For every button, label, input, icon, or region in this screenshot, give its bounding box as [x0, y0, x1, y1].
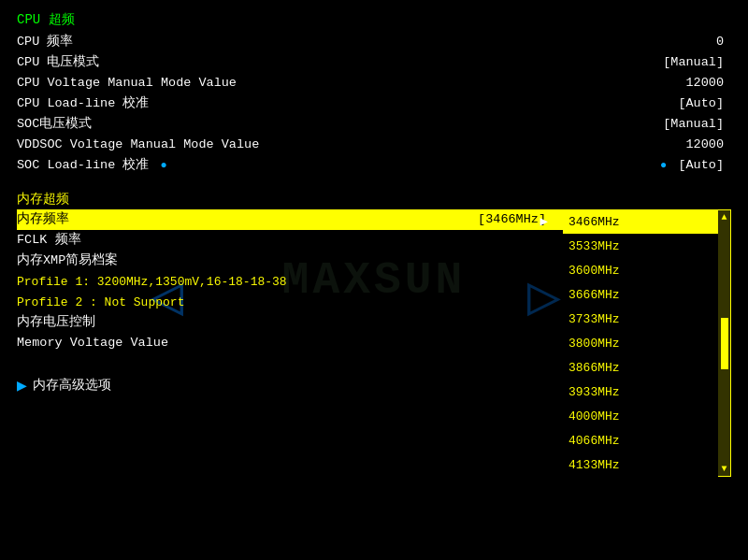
profile1-text: Profile 1: 3200MHz,1350mV,16-18-18-38: [17, 272, 372, 292]
advanced-options-label: 内存高级选项: [33, 377, 111, 394]
mem-section-title: 内存超频: [17, 189, 69, 209]
cpu-voltage-mode-label: CPU 电压模式: [17, 52, 372, 73]
dropdown-item-4133[interactable]: 4133MHz: [563, 452, 718, 477]
dropdown-inner: 3466MHz 3533MHz 3600MHz 3666MHz 3733MHz …: [563, 209, 718, 477]
fclk-label: FCLK 频率: [17, 230, 372, 251]
cpu-section-title: CPU 超频: [17, 9, 75, 30]
soc-loadline-row[interactable]: SOC Load-line 校准 ● ● [Auto]: [17, 155, 731, 176]
dropdown-item-3600[interactable]: 3600MHz: [563, 258, 718, 282]
mem-voltage-value-label: Memory Voltage Value: [17, 333, 372, 353]
soc-loadline-value: ● [Auto]: [372, 155, 731, 176]
scroll-down-arrow[interactable]: ▼: [721, 464, 726, 474]
dropdown-item-3866[interactable]: 3866MHz: [563, 355, 718, 380]
mem-section-header: 内存超频: [17, 189, 731, 209]
scrollbar[interactable]: ▲ ▼: [718, 209, 731, 477]
cpu-voltage-manual-label: CPU Voltage Manual Mode Value: [17, 73, 372, 93]
cpu-frequency-value: 0: [372, 32, 731, 52]
xmp-label: 内存XMP简易档案: [17, 251, 372, 271]
dropdown-item-3800[interactable]: 3800MHz: [563, 331, 718, 355]
cpu-loadline-row[interactable]: CPU Load-line 校准 [Auto]: [17, 93, 731, 114]
dot-indicator: ●: [161, 159, 167, 172]
bios-screen: MAXSUN ◁ ▷ CPU 超频 CPU 频率 0 CPU 电压模式 [Man…: [0, 0, 748, 560]
frequency-dropdown[interactable]: 3466MHz 3533MHz 3600MHz 3666MHz 3733MHz …: [563, 209, 718, 477]
scroll-thumb: [721, 318, 728, 369]
dropdown-item-3933[interactable]: 3933MHz: [563, 380, 718, 404]
dropdown-item-3733[interactable]: 3733MHz: [563, 307, 718, 331]
mem-voltage-control-label: 内存电压控制: [17, 312, 372, 333]
vddsoc-manual-row[interactable]: VDDSOC Voltage Manual Mode Value 12000: [17, 135, 731, 155]
mem-frequency-value: [3466MHz]: [372, 209, 554, 230]
mem-frequency-label: 内存频率: [17, 209, 372, 230]
cursor-arrow: ▶: [540, 213, 548, 229]
profile2-text: Profile 2 : Not Support: [17, 293, 372, 312]
cpu-loadline-label: CPU Load-line 校准: [17, 93, 372, 114]
soc-loadline-label: SOC Load-line 校准 ●: [17, 155, 372, 176]
right-arrow-icon: ▶: [17, 375, 27, 395]
dot-indicator-2: ●: [660, 159, 667, 172]
mem-frequency-container: 内存频率 [3466MHz] 3466MHz 3533MHz 3600MHz 3…: [17, 209, 731, 230]
dropdown-item-3533[interactable]: 3533MHz: [563, 234, 718, 258]
cpu-voltage-mode-value: [Manual]: [372, 52, 731, 73]
dropdown-area: 3466MHz 3533MHz 3600MHz 3666MHz 3733MHz …: [563, 209, 731, 477]
dropdown-item-4000[interactable]: 4000MHz: [563, 404, 718, 428]
section-gap: [17, 176, 731, 189]
soc-voltage-mode-row[interactable]: SOC电压模式 [Manual]: [17, 114, 731, 135]
dropdown-item-3466[interactable]: 3466MHz: [563, 209, 718, 234]
cpu-section-header: CPU 超频: [17, 9, 731, 32]
soc-voltage-mode-value: [Manual]: [372, 114, 731, 135]
cpu-loadline-value: [Auto]: [372, 93, 731, 114]
dropdown-item-4066[interactable]: 4066MHz: [563, 428, 718, 452]
bios-content: CPU 超频 CPU 频率 0 CPU 电压模式 [Manual] CPU Vo…: [17, 9, 731, 396]
cpu-frequency-label: CPU 频率: [17, 32, 372, 52]
vddsoc-manual-label: VDDSOC Voltage Manual Mode Value: [17, 135, 372, 155]
cpu-voltage-manual-value: 12000: [372, 73, 731, 93]
cpu-voltage-manual-row[interactable]: CPU Voltage Manual Mode Value 12000: [17, 73, 731, 93]
scroll-up-arrow[interactable]: ▲: [721, 212, 726, 223]
soc-voltage-mode-label: SOC电压模式: [17, 114, 372, 135]
dropdown-item-3666[interactable]: 3666MHz: [563, 282, 718, 307]
vddsoc-manual-value: 12000: [372, 135, 731, 155]
cpu-frequency-row[interactable]: CPU 频率 0: [17, 32, 731, 52]
cpu-voltage-mode-row[interactable]: CPU 电压模式 [Manual]: [17, 52, 731, 73]
